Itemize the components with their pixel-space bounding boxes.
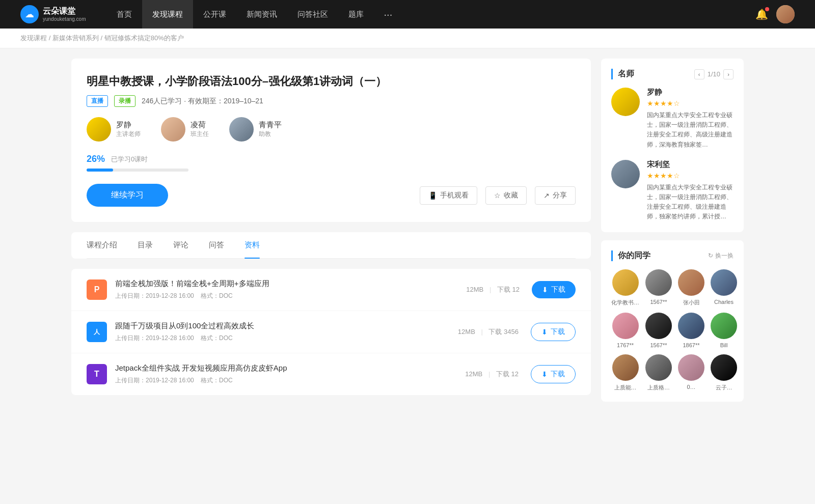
- resource-meta-2: 上传日期：2019-12-28 16:00 格式：DOC: [115, 376, 463, 385]
- classmate-name-3: Charles: [711, 299, 737, 305]
- classmate-item-2[interactable]: 张小田: [678, 269, 704, 306]
- resource-info-0: 前端全栈加强版！前端全栈+全周期+多端应用 上传日期：2019-12-28 16…: [115, 279, 464, 300]
- tab-intro[interactable]: 课程介绍: [87, 232, 117, 258]
- user-avatar[interactable]: [776, 5, 795, 23]
- course-title: 明星中教授课，小学阶段语法100分–强化级第1讲动词（一）: [87, 74, 576, 89]
- collect-button[interactable]: ☆ 收藏: [485, 186, 527, 205]
- download-button-1[interactable]: ⬇ 下载: [531, 323, 576, 341]
- sidebar-teacher-1-name: 宋利坚: [647, 160, 734, 170]
- teachers-prev-button[interactable]: ‹: [694, 69, 704, 79]
- tab-catalog[interactable]: 目录: [138, 232, 153, 258]
- teacher-1: 凌荷 班主任: [161, 117, 209, 142]
- tab-comments[interactable]: 评论: [173, 232, 188, 258]
- classmate-item-3[interactable]: Charles: [711, 269, 737, 306]
- resource-item-2: T Jetpack全组件实战 开发短视频应用高仿皮皮虾App 上传日期：2019…: [71, 353, 591, 395]
- teachers-next-button[interactable]: ›: [723, 69, 734, 79]
- classmate-avatar-7: [711, 313, 737, 339]
- sidebar-teacher-1-stars: ★★★★☆: [647, 172, 734, 180]
- phone-icon: 📱: [428, 191, 437, 200]
- progress-label: 已学习0课时: [111, 155, 148, 164]
- classmate-avatar-6: [678, 313, 704, 339]
- sidebar-teacher-0-stars: ★★★★☆: [647, 99, 734, 107]
- classmate-item-7[interactable]: Bill: [711, 313, 737, 348]
- nav-items: 首页 发现课程 公开课 新闻资讯 问答社区 题库 ···: [106, 0, 755, 29]
- sidebar-teacher-0: 罗静 ★★★★☆ 国内某重点大学安全工程专业硕士，国家一级注册消防工程师、注册安…: [611, 88, 734, 150]
- resource-item-1: 人 跟随千万级项目从0到100全过程高效成长 上传日期：2019-12-28 1…: [71, 311, 591, 353]
- logo-text: 云朵课堂 yundouketang.com: [43, 6, 86, 22]
- download-button-0[interactable]: ⬇ 下载: [532, 281, 576, 298]
- right-sidebar: 名师 ‹ 1/10 › 罗静 ★★★★☆ 国内某重点大学安全工程专业硕士，国家一…: [601, 59, 744, 410]
- classmate-item-6[interactable]: 1867**: [678, 313, 704, 348]
- nav-item-opencourse[interactable]: 公开课: [193, 0, 236, 29]
- classmate-item-4[interactable]: 1767**: [611, 313, 639, 348]
- resource-icon-1: 人: [87, 322, 107, 342]
- teacher-2-avatar: [229, 117, 254, 142]
- refresh-button[interactable]: ↻ 换一换: [708, 251, 734, 260]
- classmate-name-0: 化学教书…: [611, 299, 639, 306]
- teachers-card: 名师 ‹ 1/10 › 罗静 ★★★★☆ 国内某重点大学安全工程专业硕士，国家一…: [601, 59, 744, 232]
- nav-item-discover[interactable]: 发现课程: [142, 0, 193, 29]
- refresh-icon: ↻: [708, 252, 713, 259]
- tab-resources[interactable]: 资料: [244, 232, 260, 258]
- classmate-item-11[interactable]: 云子…: [711, 354, 737, 391]
- classmate-item-1[interactable]: 1567**: [645, 269, 672, 306]
- teachers-card-title: 名师: [611, 69, 634, 79]
- classmate-item-9[interactable]: 上质格…: [645, 354, 672, 391]
- main-container: 明星中教授课，小学阶段语法100分–强化级第1讲动词（一） 直播 录播 246人…: [51, 48, 764, 420]
- action-row: 继续学习 📱 手机观看 ☆ 收藏 ↗ 分享: [87, 184, 576, 207]
- share-button[interactable]: ↗ 分享: [535, 186, 576, 205]
- download-button-2[interactable]: ⬇ 下载: [531, 365, 576, 383]
- teachers: 罗静 主讲老师 凌荷 班主任 青青平 助教: [87, 117, 576, 142]
- logo-icon: ☁: [20, 5, 39, 23]
- progress-bar-fill: [87, 169, 113, 172]
- continue-button[interactable]: 继续学习: [87, 184, 168, 207]
- phone-watch-button[interactable]: 📱 手机观看: [420, 186, 477, 205]
- classmate-avatar-3: [711, 269, 737, 296]
- share-icon: ↗: [544, 191, 550, 200]
- classmate-name-5: 1567**: [645, 342, 672, 348]
- classmate-avatar-4: [612, 313, 639, 339]
- progress-percent: 26%: [87, 154, 105, 164]
- breadcrumb-series[interactable]: 新媒体营销系列: [52, 34, 99, 42]
- nav-item-home[interactable]: 首页: [106, 0, 142, 29]
- nav-item-news[interactable]: 新闻资讯: [236, 0, 287, 29]
- classmate-avatar-0: [612, 269, 639, 296]
- sidebar-teacher-1-desc: 国内某重点大学安全工程专业硕士，国家一级注册消防工程师、注册安全工程师、级注册建…: [647, 183, 734, 222]
- logo[interactable]: ☁ 云朵课堂 yundouketang.com: [20, 5, 86, 23]
- course-card: 明星中教授课，小学阶段语法100分–强化级第1讲动词（一） 直播 录播 246人…: [71, 59, 591, 222]
- teacher-0-avatar: [87, 117, 111, 142]
- classmates-grid: 化学教书… 1567** 张小田 Charles 1767** 1567** 1…: [611, 269, 734, 391]
- download-icon-1: ⬇: [541, 328, 548, 336]
- teacher-1-avatar: [161, 117, 185, 142]
- nav-item-qa[interactable]: 问答社区: [287, 0, 338, 29]
- nav-item-more[interactable]: ···: [374, 0, 403, 29]
- tabs-nav: 课程介绍 目录 评论 问答 资料: [87, 232, 576, 259]
- classmate-item-0[interactable]: 化学教书…: [611, 269, 639, 306]
- tabs-card: 课程介绍 目录 评论 问答 资料: [71, 232, 591, 259]
- classmate-name-1: 1567**: [645, 299, 672, 305]
- nav-item-quiz[interactable]: 题库: [338, 0, 374, 29]
- left-content: 明星中教授课，小学阶段语法100分–强化级第1讲动词（一） 直播 录播 246人…: [71, 59, 591, 410]
- classmates-card: 你的同学 ↻ 换一换 化学教书… 1567** 张小田 Charles 1767…: [601, 240, 744, 402]
- course-stats: 246人已学习 · 有效期至：2019–10–21: [142, 97, 263, 106]
- sidebar-teacher-0-name: 罗静: [647, 88, 734, 97]
- resource-icon-2: T: [87, 364, 107, 384]
- classmate-name-9: 上质格…: [645, 384, 672, 391]
- bell-icon[interactable]: 🔔: [755, 8, 768, 20]
- badge-live: 直播: [87, 95, 108, 107]
- classmate-item-8[interactable]: 上质能…: [611, 354, 639, 391]
- resource-stats-2: 12MB | 下载 12: [463, 370, 521, 379]
- breadcrumb: 发现课程 / 新媒体营销系列 / 销冠修炼术搞定80%的客户: [0, 29, 815, 48]
- star-icon: ☆: [494, 191, 501, 200]
- tab-qa[interactable]: 问答: [209, 232, 224, 258]
- teacher-1-name: 凌荷: [191, 120, 209, 130]
- teacher-2-name: 青青平: [259, 120, 282, 130]
- action-links: 📱 手机观看 ☆ 收藏 ↗ 分享: [420, 186, 576, 205]
- sidebar-teacher-1-avatar: [611, 160, 640, 188]
- teacher-2: 青青平 助教: [229, 117, 282, 142]
- classmate-avatar-10: [678, 354, 704, 381]
- classmate-item-5[interactable]: 1567**: [645, 313, 672, 348]
- classmate-item-10[interactable]: 0…: [678, 354, 704, 391]
- notification-badge: [765, 7, 769, 11]
- breadcrumb-discover[interactable]: 发现课程: [20, 34, 47, 42]
